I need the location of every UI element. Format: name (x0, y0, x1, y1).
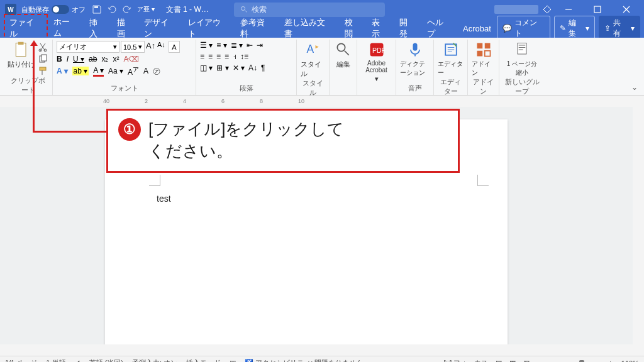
undo-icon[interactable] (107, 4, 117, 14)
margin-corner-icon (149, 175, 160, 186)
pdf-icon: PDF (368, 41, 386, 58)
user-account[interactable] (494, 5, 538, 14)
group-styles: A スタイル スタイル (297, 40, 330, 95)
editing-mode-button[interactable]: ✎編集▾ (554, 16, 596, 41)
dictation-button[interactable]: ディクテーション (400, 41, 430, 77)
collapse-ribbon-button[interactable]: ⌄ (631, 83, 638, 92)
subscript-button[interactable]: x₂ (101, 55, 108, 63)
sort-icon[interactable]: A↓ (248, 63, 257, 72)
distribute-icon[interactable]: ⫞ (233, 52, 236, 61)
view-read-icon[interactable]: ▤ (496, 359, 502, 362)
format-painter-icon[interactable] (38, 66, 48, 76)
numbering-icon[interactable]: ≡ ▾ (216, 41, 226, 50)
svg-rect-18 (477, 51, 482, 57)
diamond-icon[interactable] (542, 4, 552, 14)
change-case-icon[interactable]: Aa ▾ (108, 67, 123, 75)
increase-indent-icon[interactable]: ⇥ (257, 41, 263, 50)
enclose-char-icon[interactable]: A (143, 67, 148, 75)
pencil-icon: ✎ (560, 24, 566, 33)
text-direction-icon[interactable]: ✕ ▾ (233, 63, 245, 72)
bold-button[interactable]: B (57, 55, 62, 63)
view-print-icon[interactable]: ▦ (509, 359, 516, 362)
adobe-button[interactable]: PDF Adobe Acrobat▾ (361, 41, 392, 83)
bullets-icon[interactable]: ☰ ▾ (200, 41, 213, 50)
align-left-icon[interactable]: ≡ (200, 52, 204, 61)
font-name-select[interactable]: メイリオ▾ (57, 41, 119, 53)
share-button[interactable]: ⇪共有▾ (599, 16, 640, 41)
justify-icon[interactable]: ≡ (225, 52, 229, 61)
svg-point-5 (39, 49, 42, 52)
status-bar: 1/1 ページ 1 単語 ✔ 英語 (米国) 予測入力: オン 挿入モード ▣ … (0, 356, 644, 362)
clear-format-icon[interactable]: A⌫ (123, 55, 139, 63)
highlight-icon[interactable]: ab ▾ (72, 67, 89, 75)
status-predict[interactable]: 予測入力: オン (132, 358, 177, 362)
character-border-icon[interactable]: A (169, 41, 180, 53)
shrink-font-icon[interactable]: A↓ (157, 41, 167, 51)
svg-text:PDF: PDF (372, 47, 386, 54)
group-clipboard: 貼り付け クリップボード (4, 40, 53, 95)
borders-icon[interactable]: ⊞ ▾ (216, 63, 228, 72)
group-shrink: 1 ページ分 縮小 新しいグループ (499, 40, 545, 95)
editing-button[interactable]: 編集 (333, 41, 353, 69)
group-label-editor: エディター (438, 77, 464, 97)
svg-point-6 (44, 49, 47, 52)
italic-button[interactable]: I (67, 55, 69, 63)
svg-text:A: A (306, 43, 314, 55)
cut-icon[interactable] (38, 42, 48, 52)
status-proof-icon[interactable]: ✔ (75, 359, 80, 362)
styles-icon: A (304, 41, 322, 58)
tab-acrobat[interactable]: Acrobat (457, 21, 497, 36)
svg-rect-2 (594, 6, 601, 13)
font-color-icon[interactable]: A ▾ (93, 66, 104, 77)
status-page[interactable]: 1/1 ページ (5, 358, 37, 362)
font-size-select[interactable]: 10.5▾ (121, 41, 145, 53)
zoom-in-button[interactable]: ＋ (607, 358, 614, 362)
editor-button[interactable]: エディター (438, 41, 464, 77)
strikethrough-button[interactable]: ab (89, 55, 97, 63)
addin-button[interactable]: アドイン (472, 41, 495, 77)
group-label-font: フォント (57, 84, 192, 94)
group-addin: アドイン アドイン (468, 40, 499, 95)
ribbon-tabs: ファイル ホーム 挿入 描画 デザイン レイアウト 参考資料 差し込み文書 校閲… (0, 19, 644, 38)
decrease-indent-icon[interactable]: ⇤ (247, 41, 253, 50)
annotation-text: [ファイル]をクリックして ください。 (148, 118, 344, 162)
shading-icon[interactable]: ◫ ▾ (200, 63, 213, 72)
redo-icon[interactable] (122, 4, 132, 14)
copy-icon[interactable] (38, 54, 48, 64)
comments-button[interactable]: 💬コメント (497, 16, 550, 41)
superscript-button[interactable]: x² (113, 55, 119, 63)
mic-icon (406, 41, 424, 58)
line-spacing-icon[interactable]: ↕≡ (240, 52, 248, 61)
view-web-icon[interactable]: ▧ (523, 359, 530, 362)
group-label-shrink: 新しいグループ (503, 77, 541, 97)
styles-button[interactable]: A スタイル (301, 41, 325, 79)
align-right-icon[interactable]: ≡ (216, 52, 221, 61)
focus-mode-button[interactable]: [□] フォーカス (444, 358, 489, 362)
vertical-scrollbar[interactable] (633, 107, 644, 344)
shrink-page-button[interactable]: 1 ページ分 縮小 (503, 41, 541, 77)
grow-font-icon[interactable]: A↑ (146, 41, 156, 51)
ribbon: 貼り付け クリップボード メイリオ▾ 10.5▾ A↑ A↓ A B I U ▾ (0, 38, 644, 96)
horizontal-scrollbar[interactable] (0, 344, 644, 356)
status-accessibility[interactable]: ♿ アクセシビリティ: 問題ありません (245, 358, 363, 362)
search-placeholder: 検索 (252, 4, 267, 15)
show-marks-icon[interactable]: ¶ (261, 63, 265, 72)
phonetic-guide-icon[interactable]: Aア (128, 65, 139, 77)
toggle-switch-icon[interactable] (52, 5, 69, 14)
text-effects-icon[interactable]: A ▾ (57, 67, 68, 75)
zoom-out-button[interactable]: − (537, 359, 541, 363)
save-icon[interactable] (92, 4, 102, 14)
zoom-level[interactable]: 110% (621, 359, 639, 363)
underline-button[interactable]: U ▾ (73, 55, 84, 63)
group-voice: ディクテーション 音声 (396, 40, 434, 95)
group-label-clipboard: クリップボード (8, 76, 48, 96)
status-mode[interactable]: 挿入モード (186, 358, 221, 362)
document-text[interactable]: test (157, 194, 171, 204)
multilevel-icon[interactable]: ≣ ▾ (231, 41, 243, 50)
align-center-icon[interactable]: ≡ (208, 52, 213, 61)
status-macro-icon[interactable]: ▣ (230, 359, 236, 362)
circled-char-icon[interactable]: ㋐ (153, 66, 160, 77)
status-language[interactable]: 英語 (米国) (89, 358, 123, 362)
status-words[interactable]: 1 単語 (46, 358, 65, 362)
group-font: メイリオ▾ 10.5▾ A↑ A↓ A B I U ▾ ab x₂ x² A⌫ … (53, 40, 196, 95)
